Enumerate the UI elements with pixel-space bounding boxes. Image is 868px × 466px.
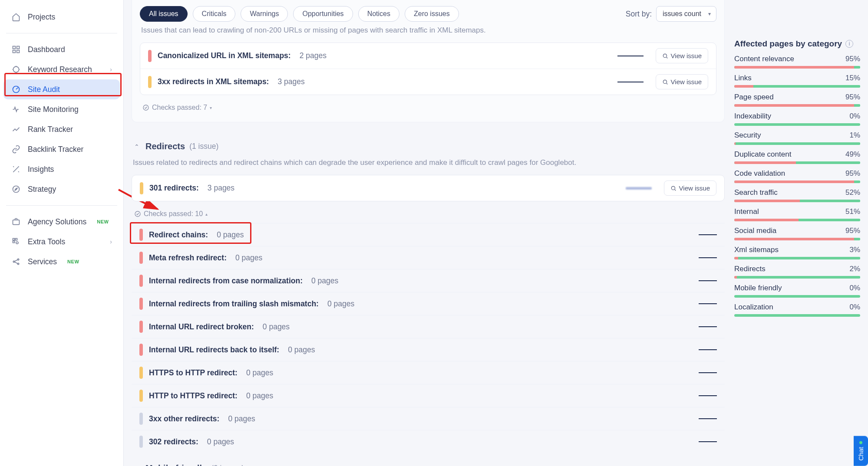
sidebar-item-label: Rank Tracker: [28, 125, 73, 134]
issue-count: 0 pages: [288, 345, 315, 354]
passed-row[interactable]: Internal URL redirects back to itself: 0…: [132, 338, 725, 361]
sidebar-item-site-monitoring[interactable]: Site Monitoring: [3, 99, 120, 119]
sidebar-item-projects[interactable]: Projects: [3, 7, 120, 27]
passed-row[interactable]: Meta refresh redirect: 0 pages: [132, 246, 725, 269]
info-icon[interactable]: i: [845, 40, 853, 48]
category-row[interactable]: Social media 95%: [734, 226, 860, 240]
category-name: Content relevance: [734, 55, 794, 63]
category-bar: [734, 85, 860, 88]
category-row[interactable]: Links 15%: [734, 74, 860, 88]
passed-row[interactable]: Internal redirects from case normalizati…: [132, 269, 725, 292]
issue-count: 0 pages: [246, 391, 273, 400]
sidebar-item-dashboard[interactable]: Dashboard: [3, 39, 120, 59]
target-icon: [11, 65, 21, 74]
sidebar-item-label: Extra Tools: [28, 237, 65, 246]
passed-row[interactable]: 3xx other redirects: 0 pages: [132, 407, 725, 430]
filter-pill-all-issues[interactable]: All issues: [140, 6, 188, 22]
category-row[interactable]: Mobile friendly 0%: [734, 284, 860, 298]
category-row[interactable]: Page speed 95%: [734, 93, 860, 107]
issue-count: 0 pages: [207, 437, 234, 446]
passed-row[interactable]: Internal redirects from trailing slash m…: [132, 292, 725, 315]
category-percent: 3%: [849, 246, 860, 254]
category-bar: [734, 161, 860, 164]
chevron-up-icon: ▴: [205, 212, 208, 217]
category-bar: [734, 314, 860, 317]
filter-pill-zero-issues[interactable]: Zero issues: [405, 6, 459, 22]
issue-count: 0 pages: [246, 368, 273, 377]
main-content: All issues Criticals Warnings Opportunit…: [132, 0, 725, 466]
chevron-right-icon: ›: [110, 238, 112, 245]
view-issue-button[interactable]: View issue: [656, 48, 708, 63]
svg-rect-2: [13, 50, 16, 53]
passed-row[interactable]: HTTPS to HTTP redirect: 0 pages: [132, 361, 725, 384]
category-percent: 95%: [845, 226, 860, 235]
category-row[interactable]: Localization 0%: [734, 303, 860, 317]
category-row[interactable]: Content relevance 95%: [734, 55, 860, 69]
issue-count: 0 pages: [235, 253, 262, 263]
passed-row[interactable]: 302 redirects: 0 pages: [132, 430, 725, 453]
view-issue-button[interactable]: View issue: [664, 180, 716, 196]
category-percent: 0%: [849, 284, 860, 292]
category-row[interactable]: Xml sitemaps 3%: [734, 246, 860, 259]
sidebar-item-agency-solutions[interactable]: Agency Solutions NEW: [3, 212, 120, 232]
severity-indicator: [139, 252, 143, 264]
category-row[interactable]: Duplicate content 49%: [734, 150, 860, 164]
passed-row[interactable]: HTTP to HTTPS redirect: 0 pages: [132, 384, 725, 407]
heartbeat-icon: [11, 105, 21, 114]
category-percent: 0%: [849, 303, 860, 312]
filter-pill-criticals[interactable]: Criticals: [193, 6, 236, 22]
issue-count: 0 pages: [217, 230, 244, 240]
issue-count: 0 pages: [327, 299, 354, 308]
category-row[interactable]: Internal 51%: [734, 207, 860, 221]
category-row[interactable]: Search traffic 52%: [734, 188, 860, 202]
sidebar-item-strategy[interactable]: Strategy: [3, 179, 120, 199]
passed-checks-list: Redirect chains: 0 pages Meta refresh re…: [132, 223, 725, 453]
chat-widget[interactable]: Chat: [854, 436, 868, 466]
issue-row[interactable]: Canonicalized URL in XML sitemaps: 2 pag…: [140, 43, 716, 69]
issue-count: 0 pages: [311, 276, 338, 286]
category-row[interactable]: Security 1%: [734, 131, 860, 145]
svg-point-6: [13, 186, 20, 193]
category-row[interactable]: Redirects 2%: [734, 265, 860, 279]
svg-point-17: [663, 80, 667, 83]
category-name: Internal: [734, 207, 759, 216]
sidebar-item-backlink-tracker[interactable]: Backlink Tracker: [3, 139, 120, 159]
view-issue-button[interactable]: View issue: [656, 74, 708, 89]
group-header-redirects[interactable]: ⌃ Redirects (1 issue): [132, 131, 725, 154]
checks-passed-toggle[interactable]: Checks passed: 10 ▴: [132, 206, 210, 218]
sidebar-item-keyword-research[interactable]: Keyword Research ›: [3, 59, 120, 79]
checks-passed-toggle[interactable]: Checks passed: 7 ▾: [140, 99, 215, 112]
category-row[interactable]: Indexability 0%: [734, 112, 860, 126]
category-row[interactable]: Code validation 95%: [734, 169, 860, 183]
category-name: Search traffic: [734, 188, 778, 197]
sparkline: [699, 257, 717, 258]
category-name: Redirects: [734, 265, 766, 273]
severity-indicator: [148, 76, 152, 88]
trend-icon: [11, 125, 21, 134]
svg-rect-0: [13, 46, 16, 49]
issue-row[interactable]: 3xx redirects in XML sitemaps: 3 pages V…: [140, 69, 716, 95]
issue-row[interactable]: 301 redirects: 3 pages View issue: [132, 175, 724, 201]
sparkline: [699, 303, 717, 304]
sparkline: [699, 372, 717, 373]
sparkline: [699, 280, 717, 281]
filter-pill-opportunities[interactable]: Opportunities: [293, 6, 353, 22]
severity-indicator: [139, 413, 143, 425]
severity-indicator: [148, 50, 152, 62]
sidebar-item-rank-tracker[interactable]: Rank Tracker: [3, 119, 120, 139]
filter-pill-warnings[interactable]: Warnings: [241, 6, 288, 22]
category-percent: 49%: [845, 150, 860, 159]
passed-row[interactable]: Redirect chains: 0 pages: [132, 223, 725, 246]
group-count: (1 issue): [189, 142, 218, 151]
group-header-mobile-friendly[interactable]: ⌄ Mobile friendly (0 issues): [132, 453, 725, 466]
category-bar: [734, 257, 860, 259]
filter-pill-notices[interactable]: Notices: [358, 6, 399, 22]
passed-row[interactable]: Internal URL redirect broken: 0 pages: [132, 315, 725, 338]
sidebar-item-extra-tools[interactable]: Extra Tools ›: [3, 232, 120, 252]
sidebar-item-insights[interactable]: Insights: [3, 159, 120, 179]
severity-indicator: [139, 229, 143, 241]
sidebar-item-site-audit[interactable]: Site Audit: [3, 79, 120, 99]
sort-dropdown[interactable]: issues count: [656, 6, 716, 22]
sparkline: [699, 349, 717, 350]
sidebar-item-services[interactable]: Services NEW: [3, 252, 120, 272]
